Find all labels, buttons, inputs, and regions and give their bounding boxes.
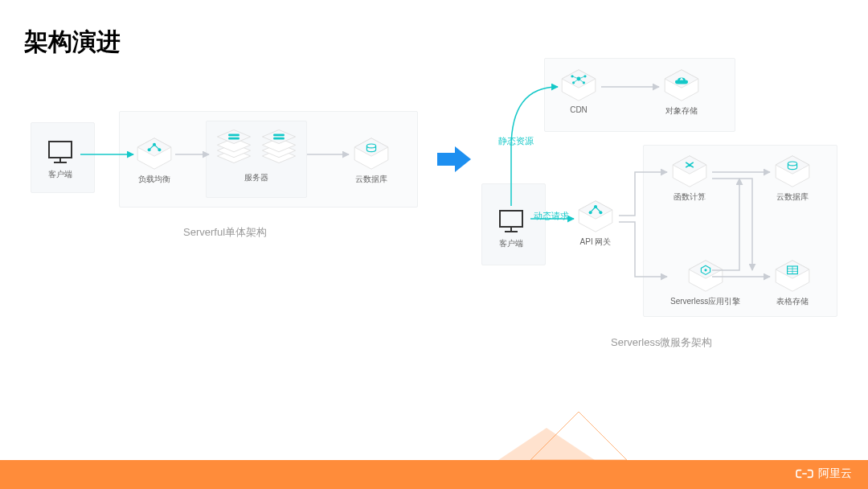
caption-right: Serverless微服务架构 <box>611 335 712 350</box>
node-rds: 云数据库 <box>773 154 812 203</box>
hex-sae-icon <box>686 259 725 293</box>
svg-marker-13 <box>217 129 250 143</box>
label-cdn: CDN <box>570 105 588 114</box>
svg-rect-20 <box>273 134 285 137</box>
label-client-left: 客户端 <box>48 169 72 180</box>
node-servers: 服务器 <box>213 127 300 183</box>
hex-oss-icon <box>662 68 701 102</box>
hex-db-icon <box>352 137 391 171</box>
label-sae: Serverless应用引擎 <box>670 296 740 307</box>
page-title: 架构演进 <box>24 26 121 59</box>
node-fc: 函数计算 <box>670 154 709 203</box>
monitor-icon <box>495 208 527 235</box>
label-fc: 函数计算 <box>674 191 706 203</box>
svg-rect-14 <box>228 134 240 137</box>
svg-marker-25 <box>437 146 471 172</box>
hex-ots-icon <box>773 259 812 293</box>
node-client-right: 客户端 <box>495 208 527 249</box>
hex-apigw-icon <box>576 199 615 233</box>
server-stack-icon <box>213 127 255 166</box>
node-cdn: CDN <box>559 68 598 114</box>
hex-fc-icon <box>670 154 709 188</box>
svg-point-55 <box>704 269 706 271</box>
svg-rect-15 <box>228 138 240 140</box>
svg-marker-73 <box>498 428 595 460</box>
node-client-left: 客户端 <box>44 138 76 180</box>
aliyun-bracket-icon <box>796 465 813 483</box>
monitor-icon <box>44 138 76 166</box>
label-rds: 云数据库 <box>776 191 809 203</box>
svg-rect-40 <box>500 211 522 227</box>
footer-bar <box>0 460 868 489</box>
hex-lb-icon <box>135 137 174 171</box>
label-apigw: API 网关 <box>580 236 612 248</box>
server-stack-icon <box>258 127 300 166</box>
label-ots: 表格存储 <box>776 296 809 307</box>
svg-marker-72 <box>530 412 627 460</box>
label-lb: 负载均衡 <box>138 174 170 185</box>
caption-left: Serverful单体架构 <box>183 225 267 240</box>
node-lb: 负载均衡 <box>135 137 174 185</box>
footer-decoration <box>498 404 659 460</box>
edge-static-label: 静态资源 <box>498 135 534 147</box>
brand-text: 阿里云 <box>818 466 852 481</box>
node-db-left: 云数据库 <box>352 137 391 185</box>
brand-logo: 阿里云 <box>796 465 852 483</box>
hex-cdn-icon <box>559 68 598 102</box>
edge-dynamic-label: 动态请求 <box>534 210 569 222</box>
svg-rect-21 <box>273 138 285 140</box>
label-oss: 对象存储 <box>665 105 698 117</box>
svg-marker-19 <box>262 129 295 143</box>
hex-rds-icon <box>773 154 812 188</box>
transition-arrow-icon <box>434 143 474 175</box>
label-servers: 服务器 <box>244 172 268 183</box>
node-oss: 对象存储 <box>662 68 701 117</box>
node-apigw: API 网关 <box>576 199 615 248</box>
node-ots: 表格存储 <box>773 259 812 307</box>
svg-rect-0 <box>49 142 72 158</box>
label-client-right: 客户端 <box>499 238 523 249</box>
label-db-left: 云数据库 <box>355 174 387 185</box>
node-sae: Serverless应用引擎 <box>670 259 740 307</box>
